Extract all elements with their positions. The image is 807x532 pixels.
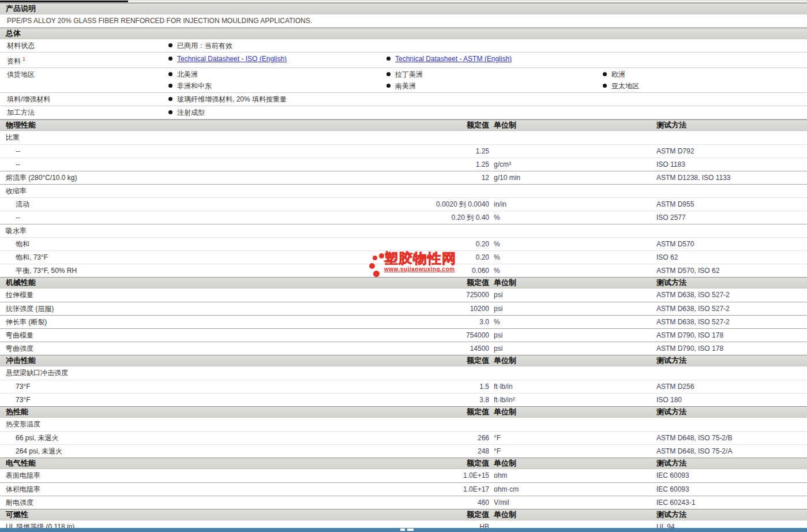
property-value: 725000 [433, 289, 489, 302]
column-header-test-method: 测试方法 [656, 458, 807, 469]
property-row: --0.20 到 0.40%ISO 2577 [0, 211, 807, 224]
property-row: 熔流率 (280°C/10.0 kg)12g/10 minASTM D1238,… [0, 171, 807, 184]
general-row: 资料1Technical Datasheet - ISO (English)Te… [0, 53, 807, 68]
bullet-item: 北美洲 [168, 69, 386, 80]
property-test-method: ASTM D648, ISO 75-2/B [656, 432, 807, 444]
property-test-method: ASTM D790, ISO 178 [656, 329, 807, 342]
bullet-item: 亚太地区 [603, 80, 807, 92]
general-row-label-text: 材料状态 [7, 42, 35, 50]
property-unit: psi [489, 329, 656, 342]
property-value: 0.20 到 0.40 [433, 211, 489, 224]
property-label: 表面电阻率 [0, 469, 433, 482]
property-label: 比重 [0, 131, 433, 144]
general-row: 填料/增强材料玻璃纤维增强材料, 20% 填料按重量 [0, 93, 807, 106]
bullet-icon [386, 72, 391, 76]
property-value: 1.25 [433, 158, 489, 171]
bullet-item: 已商用：当前有效 [168, 40, 386, 51]
column-header-unit-system: 单位制 [489, 120, 656, 130]
property-value: 10200 [433, 302, 489, 315]
general-row-label-text: 供货地区 [7, 70, 35, 78]
bullet-icon [168, 97, 172, 101]
property-label: 饱和 [0, 238, 433, 250]
property-row: 收缩率 [0, 184, 807, 197]
bullet-item-text: 非洲和中东 [177, 82, 212, 90]
property-row: --1.25g/cm³ISO 1183 [0, 158, 807, 171]
property-unit: g/10 min [489, 171, 656, 184]
property-label: 264 psi, 未退火 [0, 445, 433, 458]
general-col: 注射成型 [168, 107, 386, 118]
general-col: Technical Datasheet - ISO (English) [168, 53, 386, 65]
property-value [433, 185, 489, 197]
general-col: 欧洲亚太地区 [603, 69, 807, 92]
column-header-rated-value: 额定值 [433, 407, 489, 417]
property-unit: % [489, 238, 656, 250]
property-value [433, 131, 489, 144]
property-row: 悬壁梁缺口冲击强度 [0, 366, 807, 380]
property-test-method [656, 418, 807, 431]
column-header-unit-system: 单位制 [489, 355, 656, 366]
bullet-item-text: 注射成型 [177, 108, 205, 117]
property-label: 66 psi, 未退火 [0, 432, 433, 444]
property-test-method: ISO 1183 [656, 158, 807, 171]
bullet-icon [386, 57, 391, 61]
property-test-method [656, 224, 807, 237]
section-title: 物理性能 [0, 120, 433, 130]
column-header-test-method: 测试方法 [656, 509, 807, 520]
property-row: 热变形温度 [0, 418, 807, 431]
property-value: 1.0E+17 [433, 483, 489, 496]
column-header-unit-system: 单位制 [489, 509, 656, 520]
datasheet-link[interactable]: Technical Datasheet - ISO (English) [177, 55, 287, 63]
property-label: 流动 [0, 198, 433, 211]
property-test-method [656, 185, 807, 197]
property-label: 伸长率 (断裂) [0, 316, 433, 328]
bullet-item-text: 已商用：当前有效 [177, 42, 232, 50]
property-test-method: ASTM D790, ISO 178 [656, 342, 807, 355]
column-header-test-method: 测试方法 [656, 355, 807, 366]
section-header: 冲击性能额定值单位制测试方法 [0, 355, 807, 366]
section-title: 电气性能 [0, 458, 433, 469]
property-row: 拉伸模量725000psiASTM D638, ISO 527-2 [0, 289, 807, 302]
property-label: 抗张强度 (屈服) [0, 302, 433, 315]
column-header-rated-value: 额定值 [433, 120, 489, 130]
property-test-method: ASTM D256 [656, 380, 807, 393]
property-value: 266 [433, 432, 489, 444]
column-header-rated-value: 额定值 [433, 355, 489, 366]
property-label: 体积电阻率 [0, 483, 433, 496]
property-test-method: ASTM D570, ISO 62 [656, 264, 807, 277]
bullet-icon [168, 43, 172, 47]
property-test-method: ASTM D638, ISO 527-2 [656, 316, 807, 328]
section-header: 可燃性额定值单位制测试方法 [0, 509, 807, 520]
general-row-label: 材料状态 [0, 40, 168, 51]
property-row: 流动0.0020 到 0.0040in/inASTM D955 [0, 197, 807, 211]
general-col: 已商用：当前有效 [168, 40, 386, 51]
property-unit: psi [489, 302, 656, 315]
section-header: 热性能额定值单位制测试方法 [0, 406, 807, 418]
property-value: 12 [433, 171, 489, 184]
property-test-method: ASTM D955 [656, 198, 807, 211]
property-value: 0.060 [433, 264, 489, 277]
property-unit: °F [489, 445, 656, 458]
section-header-general: 总体 [0, 28, 807, 39]
property-value: 460 [433, 496, 489, 509]
property-label: 饱和, 73°F [0, 251, 433, 264]
property-unit: psi [489, 342, 656, 355]
property-unit [489, 366, 656, 380]
section-header: 机械性能额定值单位制测试方法 [0, 277, 807, 289]
property-label: 热变形温度 [0, 418, 433, 431]
datasheet-link[interactable]: Technical Datasheet - ASTM (English) [395, 55, 512, 63]
bullet-item: 非洲和中东 [168, 80, 386, 92]
property-unit [489, 185, 656, 197]
property-unit: ft·lb/in² [489, 394, 656, 406]
property-value: 0.20 [433, 238, 489, 250]
property-unit: ohm [489, 469, 656, 482]
property-value [433, 366, 489, 380]
general-row-label-text: 资料 [7, 57, 21, 65]
property-test-method: ASTM D638, ISO 527-2 [656, 289, 807, 302]
bullet-item: 南美洲 [386, 80, 603, 92]
section-header: 物理性能额定值单位制测试方法 [0, 119, 807, 131]
bullet-item: Technical Datasheet - ASTM (English) [386, 53, 603, 65]
column-header-unit-system: 单位制 [489, 407, 656, 417]
bullet-item-text: 拉丁美洲 [395, 70, 423, 78]
footer-bar [0, 528, 807, 532]
property-unit: % [489, 211, 656, 224]
